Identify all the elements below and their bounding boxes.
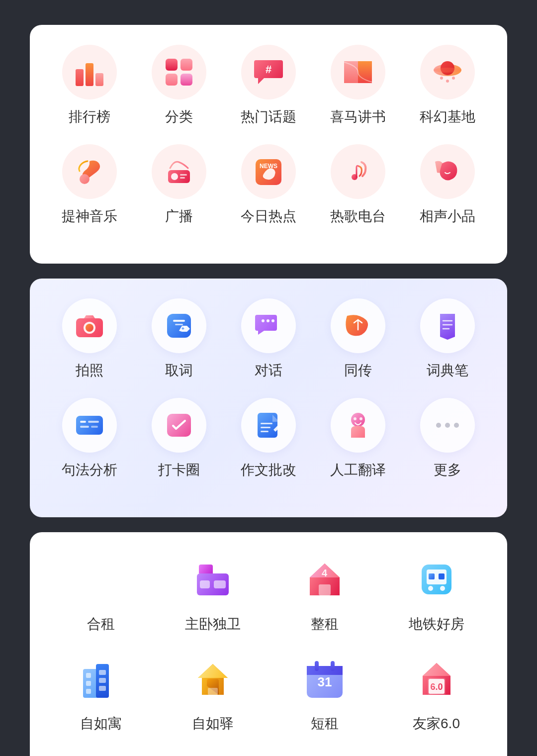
master-room-icon-bg [185,552,240,607]
boost-music-icon-bg [62,144,117,199]
audio-row1: 排行榜 [45,45,492,244]
svg-rect-67 [86,689,91,694]
youjia-item[interactable]: 6.0 [385,652,488,733]
svg-point-59 [428,586,433,591]
svg-rect-33 [80,421,86,423]
whole-rent-item[interactable]: 4 整租 [273,552,376,634]
svg-rect-70 [99,686,106,691]
comic-talk-item[interactable]: 相声小品 [407,144,488,226]
svg-rect-5 [166,74,178,86]
svg-rect-34 [88,421,99,423]
checkin-item[interactable]: 打卡圈 [139,398,219,479]
today-hot-item[interactable]: NEWS 今日热点 [228,144,309,226]
comic-talk-icon-bg [420,144,475,199]
broadcast-item[interactable]: 广播 [139,144,219,226]
svg-rect-65 [86,673,91,678]
svg-point-30 [267,319,269,322]
svg-point-10 [434,68,461,73]
svg-point-31 [271,319,274,322]
boost-music-label: 提神音乐 [62,207,117,226]
today-hot-icon-bg: NEWS [241,144,296,199]
svg-rect-3 [166,59,178,71]
hot-topic-item[interactable]: # 热门话题 [228,45,309,126]
svg-point-12 [446,80,449,83]
svg-rect-18 [180,177,185,179]
ximalaya-book-item[interactable]: 喜马讲书 [318,45,398,126]
short-rent-label: 短租 [311,714,339,733]
grammar-icon-bg [62,398,117,453]
broadcast-label: 广播 [165,207,193,226]
svg-rect-66 [86,681,91,686]
svg-point-60 [440,586,445,591]
metro-house-icon-bg [409,552,464,607]
svg-point-29 [262,319,265,322]
svg-point-43 [354,417,357,420]
shared-rent-item[interactable]: 合租 [49,552,152,634]
svg-text:4: 4 [322,567,328,578]
ziroom-house-item[interactable]: 自如驿 [161,652,264,733]
svg-rect-75 [315,661,319,671]
scifi-item[interactable]: 科幻基地 [407,45,488,126]
svg-rect-50 [94,579,100,586]
svg-rect-53 [200,580,210,588]
human-trans-item[interactable]: 人工翻译 [318,398,398,479]
svg-rect-1 [86,63,93,86]
svg-rect-76 [331,661,335,671]
svg-rect-39 [261,423,272,424]
whole-rent-label: 整租 [311,615,339,634]
grammar-item[interactable]: 句法分析 [49,398,130,479]
svg-rect-51 [104,579,110,586]
svg-rect-2 [95,73,103,86]
category-icon-bg [152,45,206,99]
svg-rect-74 [307,666,343,671]
scifi-icon-bg [420,45,475,99]
hot-radio-label: 热歌电台 [330,207,386,226]
metro-house-item[interactable]: 地铁好房 [385,552,488,634]
master-room-item[interactable]: 主卧独卫 [161,552,264,634]
essay-icon-bg [241,398,296,453]
svg-rect-54 [214,580,226,588]
comic-talk-label: 相声小品 [420,207,475,226]
human-trans-label: 人工翻译 [330,461,386,479]
svg-rect-68 [99,670,106,675]
whole-rent-icon-bg: 4 [297,552,352,607]
more-item[interactable]: 更多 [407,398,488,479]
hot-radio-item[interactable]: 热歌电台 [318,144,398,226]
today-hot-label: 今日热点 [241,207,296,226]
sync-trans-item[interactable]: 同传 [318,298,398,380]
photo-item[interactable]: 拍照 [49,298,130,380]
word-pick-item[interactable]: + 取词 [139,298,219,380]
boost-music-item[interactable]: 提神音乐 [49,144,130,226]
svg-point-11 [440,77,443,80]
svg-rect-16 [171,173,178,180]
short-rent-item[interactable]: 31 [273,652,376,733]
essay-item[interactable]: 作文批改 [228,398,309,479]
ranking-item[interactable]: 排行榜 [49,45,130,126]
dialogue-item[interactable]: 对话 [228,298,309,380]
svg-rect-25 [167,314,191,338]
ziroom-house-icon-bg [185,652,240,706]
dict-pen-icon-bg [420,298,475,353]
checkin-icon-bg [152,398,206,453]
svg-text:NEWS: NEWS [260,163,277,170]
svg-rect-0 [76,69,84,86]
section-housing: 合租 [30,532,507,756]
section-translation: 拍照 + 取词 [30,279,507,517]
svg-text:6.0: 6.0 [430,682,443,692]
master-room-label: 主卧独卫 [185,615,241,634]
svg-point-24 [86,324,93,332]
ziroom-house-label: 自如驿 [192,714,234,733]
dict-pen-item[interactable]: 词典笔 [407,298,488,380]
svg-rect-4 [180,59,192,71]
ranking-label: 排行榜 [69,107,110,126]
category-item[interactable]: 分类 [139,45,219,126]
human-trans-icon-bg [331,398,385,453]
short-rent-icon-bg: 31 [297,652,352,706]
dialogue-label: 对话 [255,361,282,380]
svg-point-47 [454,423,459,428]
svg-point-14 [80,174,90,184]
svg-rect-61 [429,573,435,579]
ziroom-apt-item[interactable]: 自如寓 [49,652,152,733]
svg-rect-26 [173,320,185,322]
ziroom-apt-icon-bg [74,652,128,706]
